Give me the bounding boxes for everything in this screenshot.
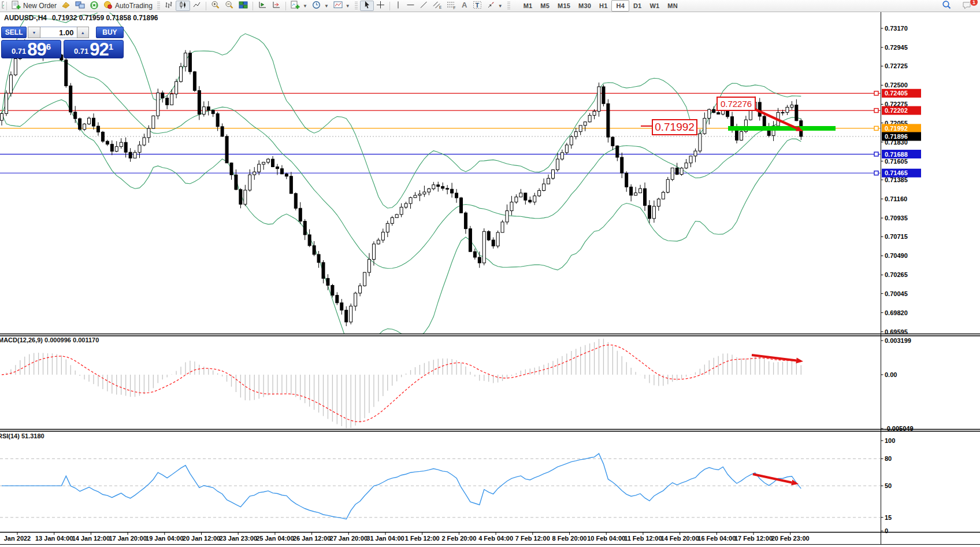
sell-button[interactable]: SELL bbox=[1, 27, 27, 38]
svg-text:0.71465: 0.71465 bbox=[885, 169, 908, 176]
step-to-end-icon bbox=[272, 1, 281, 11]
step-forward-button[interactable] bbox=[255, 1, 269, 11]
new-chart-dropdown[interactable]: ▼ bbox=[288, 1, 310, 11]
vertical-line-tool[interactable] bbox=[392, 1, 404, 11]
svg-text:25 Jan 04:00: 25 Jan 04:00 bbox=[256, 535, 294, 542]
notifications-button[interactable]: 1 bbox=[960, 1, 974, 11]
support-zone-bar[interactable] bbox=[728, 126, 836, 131]
chart-line-button[interactable] bbox=[190, 1, 203, 11]
tile-windows-button[interactable] bbox=[236, 1, 250, 11]
support-annotation-connector bbox=[641, 125, 652, 127]
zoom-out-button[interactable] bbox=[222, 1, 236, 11]
chart-candles-icon bbox=[179, 1, 187, 11]
annotation-arrows bbox=[751, 108, 803, 485]
label-tool[interactable]: T bbox=[470, 1, 484, 11]
trendline-icon bbox=[420, 1, 428, 11]
timeframe-M30-button[interactable]: M30 bbox=[574, 1, 595, 11]
mt4-window: New Order AutoTrading bbox=[0, 0, 980, 547]
chart-candles-button[interactable] bbox=[176, 1, 190, 11]
search-icon bbox=[942, 0, 952, 12]
label-icon: T bbox=[473, 1, 482, 11]
cursor-icon bbox=[363, 1, 371, 11]
timeframe-M1-button[interactable]: M1 bbox=[519, 1, 537, 11]
svg-text:7 Feb 12:00: 7 Feb 12:00 bbox=[515, 535, 550, 542]
svg-text:A: A bbox=[462, 1, 467, 9]
timeframe-M5-button[interactable]: M5 bbox=[536, 1, 554, 11]
price-pane[interactable] bbox=[0, 12, 881, 352]
support-price-annotation[interactable]: 0.71992 bbox=[652, 119, 697, 135]
svg-text:Jan 2022: Jan 2022 bbox=[4, 535, 31, 542]
timeframe-D1-button[interactable]: D1 bbox=[629, 1, 645, 11]
time-axis[interactable]: Jan 202213 Jan 04:0014 Jan 12:0017 Jan 2… bbox=[4, 533, 810, 542]
buy-price-panel[interactable]: 0.71 92 1 bbox=[64, 40, 124, 58]
pane-borders bbox=[0, 12, 980, 545]
svg-text:0.70715: 0.70715 bbox=[885, 233, 908, 240]
news-button[interactable] bbox=[87, 1, 101, 11]
timeframe-H1-button[interactable]: H1 bbox=[595, 1, 611, 11]
horizontal-line-tool[interactable] bbox=[404, 1, 417, 11]
equidistant-channel-tool[interactable]: E bbox=[430, 1, 444, 11]
timeframe-group: M1M5M15M30H1H4D1W1MN bbox=[519, 0, 682, 12]
sell-price-big: 89 bbox=[27, 42, 46, 57]
text-tool[interactable]: A bbox=[458, 1, 470, 11]
fibonacci-icon: F bbox=[447, 1, 456, 11]
toolbar: New Order AutoTrading bbox=[0, 0, 980, 12]
step-to-end-button[interactable] bbox=[269, 1, 283, 11]
terminal-icon bbox=[75, 1, 85, 11]
zoom-in-button[interactable] bbox=[209, 1, 222, 11]
trend-arrow[interactable] bbox=[753, 474, 792, 482]
rsi-pane[interactable] bbox=[0, 453, 881, 519]
bollinger-lower bbox=[2, 99, 801, 352]
svg-text:E: E bbox=[439, 5, 442, 9]
shapes-dropdown[interactable]: ▼ bbox=[484, 1, 505, 11]
chart-canvas[interactable]: 0.731700.729450.727250.725000.722750.720… bbox=[0, 12, 980, 547]
chart-line-icon bbox=[192, 1, 201, 11]
svg-text:T: T bbox=[475, 2, 479, 9]
autotrading-button[interactable]: AutoTrading bbox=[101, 1, 155, 11]
macd-pane[interactable] bbox=[2, 339, 801, 428]
timeframe-H4-button[interactable]: H4 bbox=[611, 0, 629, 12]
macd-label: MACD(12,26,9) 0.000996 0.001170 bbox=[0, 337, 99, 343]
trend-arrow[interactable] bbox=[752, 355, 796, 361]
svg-text:50: 50 bbox=[885, 482, 892, 489]
trendline-tool[interactable] bbox=[417, 1, 430, 11]
svg-text:0.72202: 0.72202 bbox=[885, 107, 908, 114]
volume-input[interactable] bbox=[40, 27, 77, 38]
text-icon: A bbox=[461, 1, 468, 11]
templates-dropdown[interactable]: ▼ bbox=[331, 1, 352, 11]
buy-price-prefix: 0.71 bbox=[74, 47, 88, 56]
tile-windows-icon bbox=[239, 1, 248, 11]
volume-decrease-button[interactable]: ▼ bbox=[28, 27, 40, 38]
new-order-button[interactable]: New Order bbox=[9, 1, 59, 11]
metaeditor-icon bbox=[61, 1, 70, 11]
resistance-price-annotation[interactable]: 0.72276 bbox=[717, 97, 756, 111]
sell-price-panel[interactable]: 0.71 89 6 bbox=[1, 40, 61, 58]
volume-increase-button[interactable]: ▲ bbox=[77, 27, 89, 38]
buy-button[interactable]: BUY bbox=[96, 27, 124, 38]
svg-text:0.71605: 0.71605 bbox=[885, 158, 908, 165]
price-axis[interactable]: 0.731700.729450.727250.725000.722750.720… bbox=[874, 25, 921, 534]
cursor-tool-button[interactable] bbox=[360, 1, 374, 11]
metaeditor-button[interactable] bbox=[59, 1, 73, 11]
svg-text:31 Jan 04:00: 31 Jan 04:00 bbox=[366, 535, 404, 542]
svg-text:100: 100 bbox=[885, 437, 895, 444]
svg-text:0.72725: 0.72725 bbox=[885, 62, 908, 69]
svg-text:0.71896: 0.71896 bbox=[885, 133, 908, 140]
new-order-label: New Order bbox=[23, 2, 57, 10]
buy-price-big: 92 bbox=[90, 42, 108, 57]
crosshair-icon bbox=[376, 1, 385, 11]
periods-dropdown[interactable]: ▼ bbox=[310, 1, 331, 11]
terminal-button[interactable] bbox=[73, 1, 87, 11]
autotrading-label: AutoTrading bbox=[115, 2, 153, 10]
crosshair-tool-button[interactable] bbox=[374, 1, 387, 11]
chart-bars-button[interactable] bbox=[162, 1, 176, 11]
search-button[interactable] bbox=[940, 1, 954, 11]
svg-text:14 Feb 20:00: 14 Feb 20:00 bbox=[661, 535, 699, 542]
toolbar-separator bbox=[285, 2, 286, 10]
fibonacci-tool[interactable]: F bbox=[444, 1, 458, 11]
timeframe-MN-button[interactable]: MN bbox=[663, 1, 682, 11]
chart-window[interactable]: 0.731700.729450.727250.725000.722750.720… bbox=[0, 12, 980, 547]
svg-text:0.71385: 0.71385 bbox=[885, 176, 908, 183]
timeframe-W1-button[interactable]: W1 bbox=[645, 1, 663, 11]
timeframe-M15-button[interactable]: M15 bbox=[554, 1, 574, 11]
